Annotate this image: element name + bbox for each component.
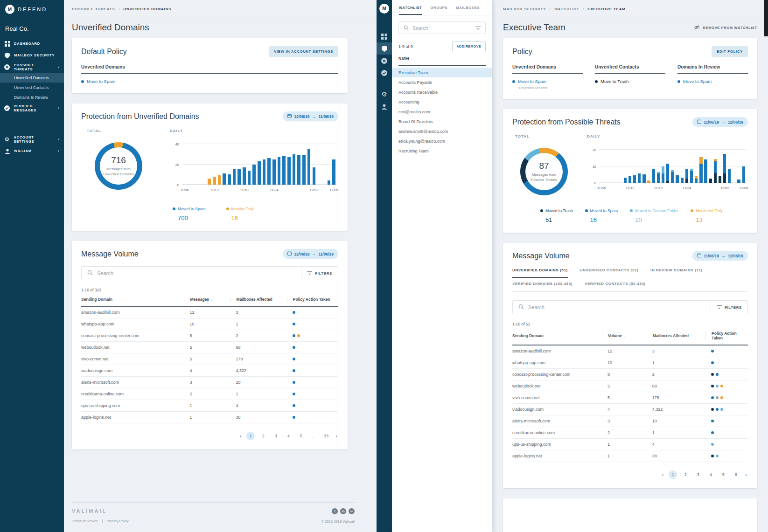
table-row[interactable]: viadocusign.com 4 4,322 (512, 404, 748, 415)
watchlist-item[interactable]: Accounts Payable (392, 77, 492, 87)
table-row[interactable]: whatspp-app.com 10 1 (512, 357, 748, 369)
shield-icon[interactable] (377, 42, 392, 55)
panel-search-input[interactable] (412, 25, 472, 31)
prev-page-button[interactable]: ‹ (661, 472, 665, 477)
category-tab[interactable]: UNVERIFIED DOMAINS (51) (512, 268, 568, 278)
terms-link[interactable]: Terms of Service (72, 519, 98, 523)
panel-tab[interactable]: WATCHLIST (399, 6, 422, 15)
panel-column-name[interactable]: Name (398, 56, 486, 66)
page-button[interactable]: 2 (681, 470, 690, 479)
page-button[interactable]: ... (309, 432, 318, 440)
view-in-account-settings-button[interactable]: VIEW IN ACCOUNT SETTINGS (269, 46, 338, 57)
table-row[interactable]: creditkarna-online.com 2 1 (512, 427, 748, 439)
table-row[interactable]: weboutlook.net 5 68 (81, 342, 338, 353)
filters-button[interactable]: FILTERS (711, 301, 742, 314)
category-tab[interactable]: UNVERIFIED CONTACTS (23) (580, 268, 638, 278)
filters-button[interactable]: FILTERS (301, 267, 332, 280)
page-button[interactable]: 3 (272, 432, 280, 440)
table-row[interactable]: whatspp-app.com 10 1 (81, 318, 338, 330)
date-range-chip[interactable]: 12/06/19 → 11/06/19 (283, 249, 338, 259)
category-tab[interactable]: IN REVIEW DOMAINS (12) (650, 268, 702, 278)
page-button[interactable]: 5 (297, 432, 305, 440)
sidebar-item-account-settings[interactable]: ⚙ ACCOUNT SETTINGS ▾ (0, 133, 64, 145)
column-mailboxes-affected[interactable]: Mailboxes Affected (647, 331, 705, 340)
valimail-logo-icon[interactable]: M (379, 4, 389, 14)
page-button[interactable]: 6 (732, 470, 740, 479)
sidebar-item-unverified-domains[interactable]: Unverified Domains (0, 73, 64, 83)
table-row[interactable]: weboutlook.net 5 68 (512, 380, 748, 392)
date-range-chip[interactable]: 11/06/19 → 12/06/19 (692, 117, 748, 127)
page-button[interactable]: 3 (694, 470, 702, 479)
table-row[interactable]: ups-us-shipping.com 1 4 (512, 439, 748, 450)
person-icon[interactable] (377, 100, 392, 112)
sidebar-item-domains-in-review[interactable]: Domains In Review (0, 92, 64, 102)
table-row[interactable]: vivo-comm.net 5 178 (81, 353, 338, 365)
watchlist-item[interactable]: Recruiting Team (392, 146, 492, 156)
sidebar-item-dashboard[interactable]: DASHBOARD (0, 38, 64, 49)
table-row[interactable]: vivo-comm.net 5 178 (512, 392, 748, 404)
column-sending-domain[interactable]: Sending Domain (81, 297, 184, 302)
edit-policy-button[interactable]: EDIT POLICY (712, 46, 748, 57)
panel-tab[interactable]: MAILBOXES (456, 6, 480, 15)
privacy-link[interactable]: Privacy Policy (107, 519, 129, 523)
column-messages[interactable]: Messages↓ (184, 297, 230, 302)
breadcrumb-link[interactable]: WATCHLIST (554, 7, 579, 11)
watchlist-item[interactable]: andrew.smith@realco.com (392, 126, 492, 136)
page-button[interactable]: 5 (719, 470, 727, 479)
add-remove-button[interactable]: ADD/REMOVE (452, 41, 486, 51)
panel-tab[interactable]: GROUPS (431, 6, 448, 15)
next-page-button[interactable]: › (744, 472, 748, 477)
category-tab[interactable]: VERIFIED CONTACTS (50,333) (585, 282, 646, 291)
breadcrumb-link[interactable]: POSSIBLE THREATS (72, 7, 115, 11)
table-row[interactable]: concast-processing-center.com 8 2 (512, 369, 748, 380)
table-row[interactable]: viadocusign.com 4 4,322 (81, 365, 338, 377)
column-mailboxes-affected[interactable]: Mailboxes Affected (230, 297, 287, 302)
check-circle-icon[interactable] (377, 67, 392, 79)
column-sending-domain[interactable]: Sending Domain (512, 331, 602, 340)
social-icon[interactable]: ✉ (349, 508, 355, 514)
search-input[interactable] (528, 304, 706, 310)
table-row[interactable]: ups-us-shipping.com 1 4 (81, 400, 338, 412)
category-tab[interactable]: VERIFIED DOMAINS (108,453) (512, 282, 573, 291)
prev-page-button[interactable]: ‹ (239, 433, 243, 439)
gear-icon[interactable]: ⚙ (377, 88, 392, 100)
watchlist-item[interactable]: ceo@realco.com (392, 107, 492, 117)
watchlist-item[interactable]: Executive Team (392, 68, 492, 77)
page-button[interactable]: 2 (259, 432, 267, 440)
sidebar-item-verified-messages[interactable]: VERIFIED MESSAGES ▾ (0, 102, 64, 114)
dashboard-grid-icon[interactable] (377, 30, 392, 42)
page-button[interactable]: 1 (246, 432, 255, 440)
page-button[interactable]: 4 (706, 470, 715, 479)
sidebar-item-possible-threats[interactable]: POSSIBLE THREATS ▴ (0, 61, 64, 73)
social-icon[interactable]: t (332, 508, 338, 514)
table-row[interactable]: apple-logins.net 1 38 (81, 412, 338, 423)
x-circle-icon[interactable] (377, 55, 392, 67)
column-policy-action[interactable]: Policy Action Taken (287, 297, 338, 302)
column-volume[interactable]: Volume↓ (602, 331, 647, 340)
table-row[interactable]: amazon-audibill.com 12 3 (512, 345, 748, 357)
table-row[interactable]: creditkarna-online.com 2 1 (81, 388, 338, 400)
table-row[interactable]: alerts-microsoft.com 3 10 (81, 377, 338, 388)
sidebar-item-unverified-contacts[interactable]: Unverified Contacts (0, 83, 64, 92)
table-row[interactable]: apple-logins.net 1 38 (512, 450, 748, 462)
page-button[interactable]: 33 (322, 432, 330, 440)
page-button[interactable]: 4 (284, 432, 293, 440)
breadcrumb-link[interactable]: MAILBOX SECURITY (503, 7, 546, 11)
filter-icon[interactable] (475, 24, 481, 32)
remove-from-watchlist-button[interactable]: REMOVE FROM WATCHLIST (694, 25, 757, 31)
page-button[interactable]: 1 (669, 470, 677, 479)
date-range-chip[interactable]: 12/06/19 → 11/06/19 (283, 111, 338, 121)
date-range-chip[interactable]: 11/06/19 → 12/06/19 (692, 251, 748, 261)
table-row[interactable]: alerts-microsoft.com 3 10 (512, 415, 748, 427)
search-input[interactable] (97, 270, 297, 276)
table-row[interactable]: concast-processing-center.com 8 2 (81, 330, 338, 342)
social-icon[interactable]: in (340, 508, 346, 514)
table-row[interactable]: amazon-audibill.com 12 3 (81, 307, 338, 318)
sidebar-item-mailbox-security[interactable]: MAILBOX SECURITY (0, 49, 64, 61)
sidebar-item-user[interactable]: WILLIAM ▾ (0, 145, 64, 157)
column-policy-action[interactable]: Policy Action Taken (705, 331, 748, 340)
watchlist-item[interactable]: erica.young@realco.com (392, 136, 492, 146)
watchlist-item[interactable]: Accounting (392, 97, 492, 107)
next-page-button[interactable]: › (335, 433, 338, 439)
watchlist-item[interactable]: Accounts Receivable (392, 87, 492, 97)
